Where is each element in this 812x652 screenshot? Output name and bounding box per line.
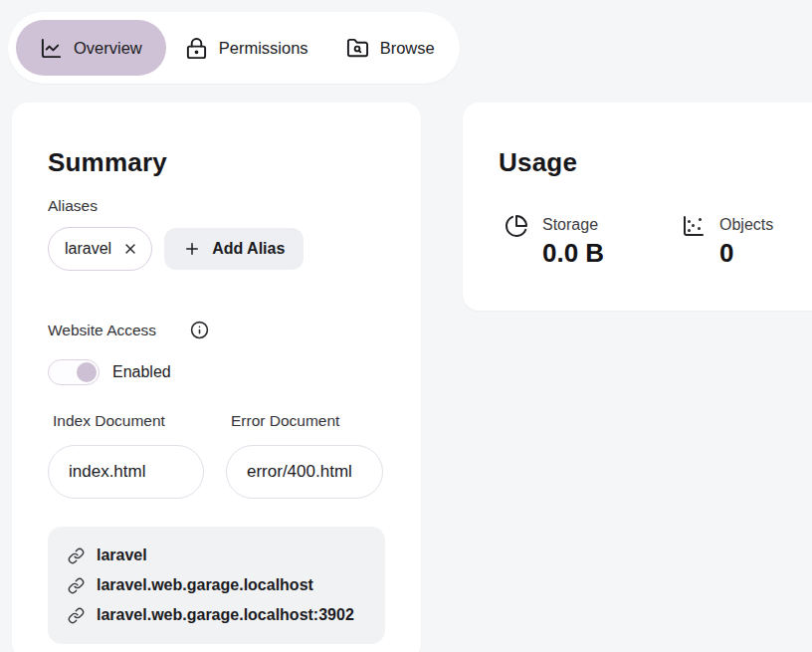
plus-icon (183, 240, 201, 258)
objects-label: Objects (719, 214, 773, 236)
chart-line-icon (40, 37, 63, 60)
alias-row: laravel Add Alias (48, 227, 385, 271)
link-icon (68, 577, 85, 594)
toggle-knob (77, 362, 97, 382)
add-alias-button[interactable]: Add Alias (164, 228, 304, 270)
storage-stat-text: Storage 0.0 B (542, 214, 604, 268)
tab-label: Browse (380, 39, 435, 58)
usage-card: Usage Storage 0.0 B Objects 0 (463, 103, 812, 311)
info-icon[interactable] (190, 321, 209, 339)
usage-title: Usage (499, 147, 797, 178)
lock-icon (185, 37, 208, 60)
tab-label: Overview (74, 39, 142, 58)
document-labels-row: Index Document Error Document (48, 411, 385, 430)
pie-chart-icon (505, 214, 528, 238)
storage-stat: Storage 0.0 B (505, 214, 682, 268)
folder-search-icon (346, 37, 369, 60)
tab-label: Permissions (219, 39, 308, 58)
bucket-link-label: laravel.web.garage.localhost:3902 (97, 606, 354, 624)
objects-stat: Objects 0 (682, 214, 812, 268)
objects-value: 0 (719, 238, 773, 268)
add-alias-label: Add Alias (212, 240, 285, 258)
aliases-label: Aliases (48, 196, 385, 215)
bucket-link[interactable]: laravel.web.garage.localhost (68, 570, 365, 600)
summary-title: Summary (48, 147, 385, 178)
summary-card: Summary Aliases laravel Add Alias Websit… (12, 103, 421, 652)
error-document-label: Error Document (226, 411, 383, 430)
bucket-link[interactable]: laravel (68, 541, 365, 570)
usage-stats-row: Storage 0.0 B Objects 0 (505, 214, 797, 268)
index-document-label: Index Document (48, 411, 204, 430)
toggle-state-label: Enabled (112, 363, 171, 381)
website-access-row: Website Access (48, 321, 385, 339)
bucket-links-box: laravel laravel.web.garage.localhost lar… (48, 527, 385, 644)
index-document-input[interactable] (48, 445, 204, 499)
document-inputs-row (48, 445, 385, 499)
tab-browse[interactable]: Browse (327, 20, 454, 76)
storage-label: Storage (542, 214, 604, 236)
scatter-chart-icon (682, 214, 706, 238)
alias-chip: laravel (48, 227, 152, 271)
website-access-toggle-row: Enabled (48, 359, 385, 385)
website-access-label: Website Access (48, 321, 156, 339)
objects-stat-text: Objects 0 (719, 214, 773, 268)
error-document-input[interactable] (226, 445, 383, 499)
alias-name: laravel (65, 240, 111, 258)
tab-bar: Overview Permissions Browse (8, 12, 460, 84)
remove-alias-icon[interactable] (122, 241, 138, 257)
website-access-toggle[interactable] (48, 359, 100, 385)
storage-value: 0.0 B (542, 238, 604, 268)
link-icon (68, 547, 85, 564)
bucket-link-label: laravel.web.garage.localhost (97, 576, 313, 594)
tab-permissions[interactable]: Permissions (166, 20, 327, 76)
tab-overview[interactable]: Overview (16, 20, 166, 76)
bucket-link-label: laravel (97, 546, 147, 564)
bucket-link[interactable]: laravel.web.garage.localhost:3902 (68, 600, 365, 630)
link-icon (68, 607, 85, 624)
